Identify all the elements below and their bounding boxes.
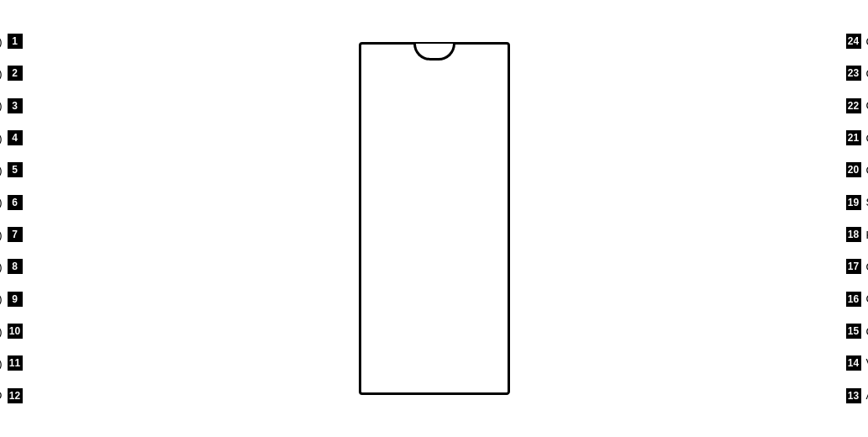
left-pin-list: Channel Selection Output (11)1Channel Se…	[0, 13, 23, 424]
pin-number: 20	[846, 162, 861, 177]
pin-number: 1	[8, 34, 23, 49]
left-pin-row: Channel Selection Output (9)3	[0, 93, 23, 118]
pin-label: Channel Selection Output (2)	[0, 325, 3, 338]
pin-number: 10	[8, 324, 23, 339]
ic-notch	[413, 44, 455, 61]
pin-label: Channel Selection Output (5)	[0, 229, 3, 241]
pin-number: 14	[846, 355, 861, 371]
pin-number: 13	[846, 388, 861, 403]
pin-label: Channel Selection Output (3)	[0, 292, 3, 305]
right-pin-row: 19Skip Input	[846, 190, 869, 215]
pin-number: 9	[8, 292, 23, 307]
ic-body	[359, 42, 510, 395]
left-pin-row: Channel Selection Output (1)11	[0, 350, 23, 376]
pin-number: 22	[846, 98, 861, 113]
pin-label: Channel Selection Output (9)	[0, 99, 3, 112]
pin-label: Channel Selection Output (4)	[0, 261, 3, 273]
pin-number: 11	[8, 355, 23, 371]
left-pin-row: Channel Selection Output (2)10	[0, 319, 23, 344]
pin-label: Channel Selection Output (7)	[0, 164, 3, 176]
left-pin-row: Channel Selection Output (8)4	[0, 125, 23, 150]
right-pin-row: 22Channel Selection Output (14)	[846, 93, 869, 118]
right-pin-row: 20Channel Selection Output (16)	[846, 157, 869, 182]
left-pin-row: Channel Selection Output (4)8	[0, 254, 23, 279]
left-pin-row: GND12	[0, 383, 23, 408]
left-pin-row: Channel Selection Output (3)9	[0, 287, 23, 312]
left-pin-row: Channel Selection Output (5)7	[0, 222, 23, 247]
left-pin-row: Channel Selection Output (7)5	[0, 157, 23, 182]
left-pin-row: Channel Selection Output (6)6	[0, 190, 23, 215]
pin-label: Channel Selection Output (11)	[0, 35, 3, 48]
pin-number: 23	[846, 66, 861, 81]
pin-number: 24	[846, 34, 861, 49]
right-pin-row: 14VCC	[846, 350, 869, 376]
right-pin-row: 15Channel Down Input	[846, 319, 869, 344]
right-pin-row: 21Channel Selection Output (15)	[846, 125, 869, 150]
right-pin-row: 23Channel Selection Output (13)	[846, 61, 869, 86]
pin-number: 19	[846, 195, 861, 210]
pin-number: 15	[846, 324, 861, 339]
pin-label: Channel Selection Output (6)	[0, 196, 3, 208]
pin-number: 12	[8, 388, 23, 403]
pin-number: 6	[8, 195, 23, 210]
left-pin-row: Channel Selection Output (10)2	[0, 61, 23, 86]
right-pin-row: 17OSC Filter	[846, 254, 869, 279]
pin-number: 3	[8, 98, 23, 113]
pin-label: Channel Selection Output (10)	[0, 67, 3, 80]
pin-label: Channel Selection Output (8)	[0, 132, 3, 145]
right-pin-row: 24Channel Selection Output (12)	[846, 29, 869, 54]
right-pin-row: 16Channel Up Input	[846, 287, 869, 312]
pin-number: 2	[8, 66, 23, 81]
pin-number: 17	[846, 259, 861, 274]
pin-number: 5	[8, 162, 23, 177]
ic-diagram: Channel Selection Output (11)1Channel Se…	[23, 13, 846, 424]
pin-number: 18	[846, 227, 861, 242]
pin-label: Channel Selection Output (1)	[0, 357, 3, 370]
right-pin-row: 18Key Input	[846, 222, 869, 247]
pin-number: 16	[846, 292, 861, 307]
pin-number: 21	[846, 130, 861, 145]
right-pin-list: 24Channel Selection Output (12)23Channel…	[846, 13, 869, 424]
pin-number: 4	[8, 130, 23, 145]
pin-label: GND	[0, 389, 3, 402]
left-pin-row: Channel Selection Output (11)1	[0, 29, 23, 54]
pin-number: 8	[8, 259, 23, 274]
pin-number: 7	[8, 227, 23, 242]
right-pin-row: 13AFT Defeat Input	[846, 383, 869, 408]
